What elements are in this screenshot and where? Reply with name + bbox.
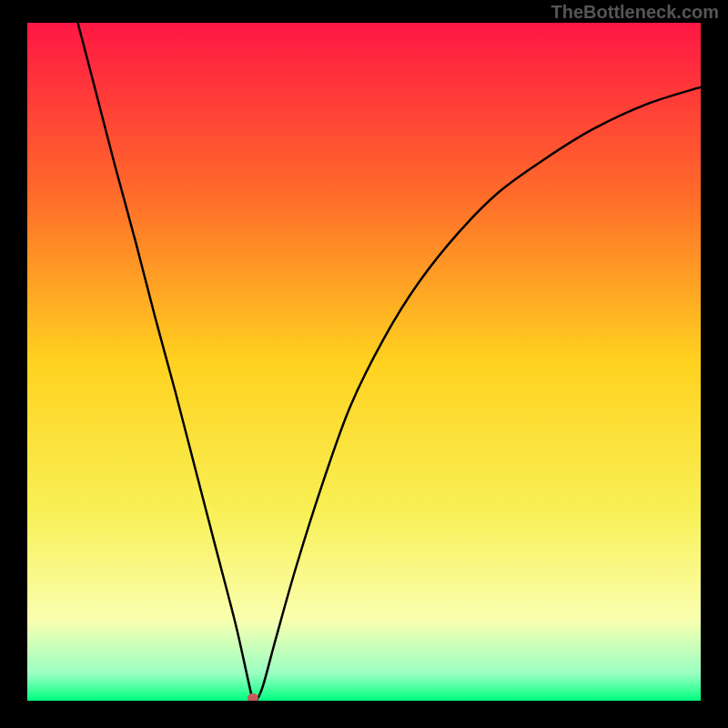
plot-svg	[27, 23, 701, 701]
plot-area	[27, 23, 701, 701]
chart-container: TheBottleneck.com	[0, 0, 728, 728]
watermark-label: TheBottleneck.com	[551, 2, 719, 23]
